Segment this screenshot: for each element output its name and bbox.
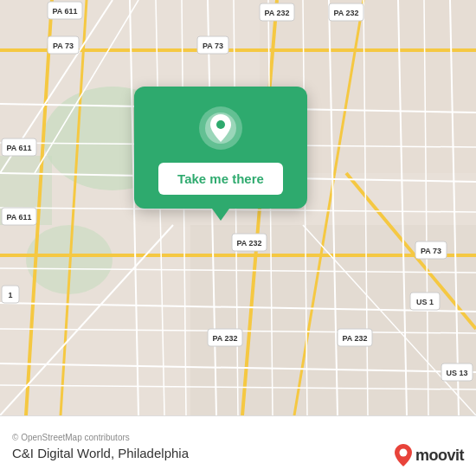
svg-point-68: [216, 120, 225, 129]
svg-text:US 1: US 1: [416, 298, 434, 306]
svg-text:PA 611: PA 611: [52, 7, 77, 16]
svg-text:PA 232: PA 232: [342, 334, 367, 343]
svg-text:PA 232: PA 232: [212, 334, 237, 343]
svg-text:PA 232: PA 232: [236, 239, 261, 248]
svg-text:PA 232: PA 232: [333, 9, 358, 17]
map-attribution: © OpenStreetMap contributors: [12, 433, 464, 442]
map-container: PA 73 PA 73 PA 73 PA 232 PA 232 PA 232 P…: [0, 0, 476, 415]
location-pin-icon: [198, 106, 243, 151]
svg-text:PA 73: PA 73: [421, 247, 441, 255]
svg-text:PA 73: PA 73: [53, 42, 74, 50]
svg-text:PA 611: PA 611: [6, 213, 31, 222]
svg-text:PA 73: PA 73: [203, 42, 223, 50]
moovit-logo: moovit: [394, 443, 464, 467]
popup-card: Take me there: [134, 87, 307, 209]
take-me-there-button[interactable]: Take me there: [158, 163, 283, 195]
moovit-pin-icon: [394, 443, 413, 467]
svg-text:PA 232: PA 232: [264, 9, 289, 17]
svg-text:1: 1: [8, 291, 12, 299]
svg-point-69: [399, 449, 407, 457]
bottom-bar: © OpenStreetMap contributors C&I Digital…: [0, 415, 476, 476]
moovit-brand-name: moovit: [415, 447, 464, 465]
svg-text:US 13: US 13: [446, 369, 467, 377]
svg-text:PA 611: PA 611: [6, 144, 31, 152]
